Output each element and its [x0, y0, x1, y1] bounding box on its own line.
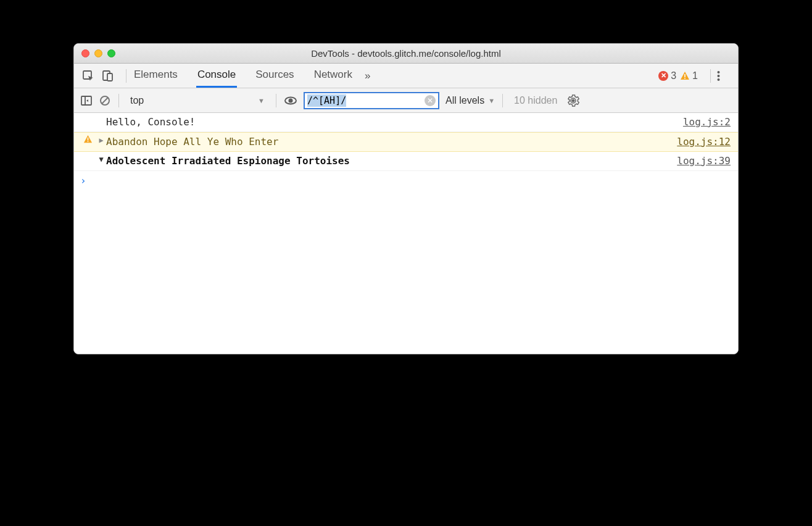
tab-sources[interactable]: Sources: [254, 64, 295, 88]
svg-rect-14: [87, 141, 88, 142]
filter-input[interactable]: /^[AH]/ ✕: [304, 92, 439, 109]
collapse-arrow-icon[interactable]: ▼: [96, 154, 106, 165]
message-source-link[interactable]: log.js:39: [677, 154, 731, 169]
svg-point-6: [718, 75, 720, 77]
tab-console[interactable]: Console: [196, 64, 237, 88]
device-toolbar-icon[interactable]: [100, 68, 116, 84]
execution-context-selector[interactable]: top ▼: [126, 94, 268, 107]
divider: [710, 69, 711, 83]
gutter: [79, 135, 96, 144]
error-count: 3: [671, 70, 676, 81]
svg-rect-3: [684, 74, 686, 77]
warning-badge[interactable]: 1: [680, 70, 698, 81]
prompt-chevron-icon: ›: [80, 175, 86, 186]
expand-arrow-icon[interactable]: ▶: [96, 135, 106, 146]
more-options-button[interactable]: [717, 70, 732, 81]
titlebar: DevTools - devtools.glitch.me/console/lo…: [74, 44, 738, 64]
clear-filter-icon[interactable]: ✕: [425, 95, 436, 106]
clear-console-icon[interactable]: [99, 94, 111, 107]
message-text: Abandon Hope All Ye Who Enter: [106, 135, 677, 149]
console-settings-icon[interactable]: [567, 94, 579, 107]
svg-rect-2: [107, 73, 112, 81]
console-message-group[interactable]: ▼ Adolescent Irradiated Espionage Tortoi…: [74, 152, 738, 171]
error-badge[interactable]: ✕ 3: [658, 70, 676, 81]
levels-label: All levels: [445, 95, 484, 106]
message-source-link[interactable]: log.js:12: [677, 135, 731, 149]
status-badges: ✕ 3 1: [658, 70, 698, 81]
divider: [118, 94, 119, 107]
close-window-button[interactable]: [81, 49, 89, 57]
console-message-warning[interactable]: ▶ Abandon Hope All Ye Who Enter log.js:1…: [74, 132, 738, 152]
window-title: DevTools - devtools.glitch.me/console/lo…: [74, 48, 738, 59]
divider: [502, 94, 503, 107]
live-expression-icon[interactable]: [284, 94, 297, 107]
warning-icon: [83, 135, 93, 144]
toggle-sidebar-icon[interactable]: [80, 94, 93, 107]
panel-tabs: Elements Console Sources Network: [133, 64, 354, 88]
console-toolbar: top ▼ /^[AH]/ ✕ All levels ▼ 10 hidden: [74, 88, 738, 113]
tab-network[interactable]: Network: [313, 64, 354, 88]
svg-point-5: [718, 71, 720, 73]
warning-count: 1: [692, 70, 698, 81]
svg-rect-13: [87, 138, 88, 141]
devtools-window: DevTools - devtools.glitch.me/console/lo…: [73, 43, 739, 354]
svg-rect-4: [684, 78, 686, 79]
warning-icon: [680, 71, 690, 81]
message-text: Hello, Console!: [106, 115, 683, 130]
dropdown-triangle-icon: ▼: [488, 97, 495, 104]
error-icon: ✕: [658, 71, 668, 81]
hidden-messages-label[interactable]: 10 hidden: [514, 95, 557, 106]
filter-value: /^[AH]/: [307, 94, 346, 107]
console-prompt[interactable]: ›: [74, 171, 738, 190]
log-levels-selector[interactable]: All levels ▼: [445, 95, 495, 106]
traffic-lights: [81, 49, 115, 57]
more-tabs-button[interactable]: »: [365, 70, 370, 82]
svg-point-11: [289, 98, 293, 102]
devtools-tabbar: Elements Console Sources Network » ✕ 3 1: [74, 64, 738, 88]
divider: [126, 69, 126, 83]
inspect-element-icon[interactable]: [80, 68, 96, 84]
dropdown-triangle-icon: ▼: [258, 97, 265, 104]
console-output: Hello, Console! log.js:2 ▶ Abandon Hope …: [74, 113, 738, 354]
divider: [276, 94, 276, 107]
minimize-window-button[interactable]: [94, 49, 102, 57]
tab-elements[interactable]: Elements: [133, 64, 179, 88]
svg-point-12: [572, 99, 575, 102]
svg-point-7: [718, 78, 720, 81]
message-text: Adolescent Irradiated Espionage Tortoise…: [106, 154, 677, 169]
console-message-log[interactable]: Hello, Console! log.js:2: [74, 113, 738, 132]
context-label: top: [130, 95, 144, 106]
zoom-window-button[interactable]: [107, 49, 115, 57]
message-source-link[interactable]: log.js:2: [683, 115, 731, 130]
